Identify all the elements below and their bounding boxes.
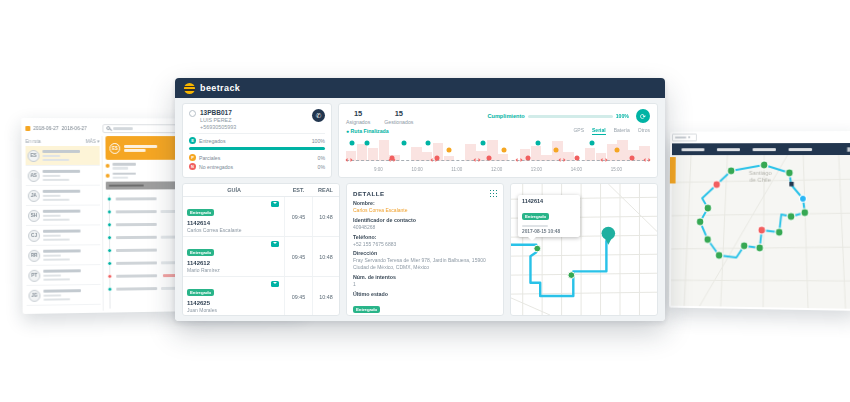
popup-timestamp: 2017-08-15 10:48 (522, 229, 576, 234)
metric-value: 0% (318, 164, 326, 170)
metric-entregados: E Entregados 100% (189, 137, 325, 144)
driver-text-skeleton (43, 190, 81, 201)
toolbar-item-skeleton[interactable] (681, 148, 704, 151)
driver-text-skeleton (124, 144, 157, 151)
status-dot-icon (107, 235, 112, 240)
map-filter-dropdown[interactable]: ▾ (672, 134, 697, 142)
grid-view-icon[interactable] (489, 189, 497, 197)
tab-gps[interactable]: GPS (573, 127, 584, 135)
toolbar-item-skeleton[interactable] (789, 148, 813, 151)
compliance-progress (528, 115, 613, 118)
field-value: 1 (353, 281, 497, 288)
deliveries-table: GUÍA EST. REAL Entregado 1142614 Carlos … (182, 183, 340, 316)
field-value: +52 155 7675 6883 (353, 241, 497, 248)
driver-summary-card: 13PBB017 LUIS PEREZ +56930505993 ✆ E Ent… (182, 103, 332, 178)
side-tab-handle[interactable] (670, 157, 676, 183)
metric-value: 0% (318, 155, 326, 161)
depot-marker (789, 182, 793, 186)
driver-row[interactable]: RR (26, 245, 100, 266)
counts-group: 15 Asignados 15 Gestionados (346, 109, 413, 125)
chart-tabs: GPS Serial Batería Otros (573, 127, 650, 135)
date-range-picker[interactable]: 2018-06-27 2018-06-27 (25, 125, 98, 131)
tab-serial[interactable]: Serial (592, 127, 606, 135)
metric-parciales: P Parciales 0% (189, 154, 325, 161)
stop-marker (568, 272, 575, 279)
status-dot-icon (107, 248, 112, 253)
partial-dot-icon: P (189, 154, 196, 161)
stat-icon (106, 164, 110, 168)
table-row[interactable]: Entregado 1142612 Mario Ramírez 09:45 10… (183, 237, 339, 277)
route-status-badge: ● Ruta Finalizada (346, 128, 413, 134)
package-icon (271, 241, 279, 247)
metric-no-entregados: N No entregados 0% (189, 163, 325, 170)
field-label: Núm. de intentos (353, 274, 497, 280)
map-status-toolbar: ▦ (672, 143, 850, 155)
field-label: Identificador de contacto (353, 217, 497, 223)
avatar: ES (28, 149, 40, 161)
real-time: 10:48 (312, 277, 339, 316)
table-row[interactable]: Entregado 1142625 Juan Morales 09:45 10:… (183, 277, 339, 316)
status-dot-icon (107, 209, 112, 214)
est-time: 09:45 (285, 237, 312, 276)
recipient-name-link[interactable]: Carlos Correa Escalante (353, 207, 497, 214)
time-axis: 9:0010:0011:0012:0013:0014:0015:00 (346, 167, 650, 172)
city-route-map[interactable]: Santiago de Chile (671, 155, 850, 309)
map-popup[interactable]: 1142614 Entregado 2017-08-15 10:48 (518, 195, 580, 237)
assigned-stat: 15 Asignados (346, 109, 370, 125)
avatar: RR (28, 249, 40, 261)
route-activity-chart[interactable]: 9:0010:0011:0012:0013:0014:0015:00 (346, 138, 650, 172)
search-icon (106, 126, 110, 130)
search-placeholder-skeleton (113, 127, 133, 130)
toolbar-item-skeleton[interactable] (753, 148, 776, 151)
detail-card: DETALLE Nombre: Carlos Correa Escalante … (346, 183, 504, 316)
failed-dot-icon: N (189, 163, 196, 170)
field-value: Fray Servando Teresa de Mier 978, Jardín… (353, 257, 497, 271)
tab-bateria[interactable]: Batería (614, 127, 630, 135)
route-counts: 15 Asignados 15 Gestionados ● Ruta Final… (346, 109, 413, 134)
status-dot-icon (107, 197, 112, 202)
status-badge: Entregado (187, 249, 214, 256)
toolbar-item-skeleton[interactable] (717, 148, 740, 151)
driver-row[interactable]: SH (26, 206, 100, 226)
driver-row[interactable]: JA (26, 186, 100, 206)
tab-otros[interactable]: Otros (638, 127, 650, 135)
route-code: 13PBB017 (200, 109, 236, 116)
summary-row: 13PBB017 LUIS PEREZ +56930505993 ✆ E Ent… (182, 103, 658, 178)
filter-label-skeleton (675, 136, 686, 138)
route-polyline (511, 237, 608, 296)
compliance-value: 100% (616, 113, 629, 119)
field-telefono: Teléfono: +52 155 7675 6883 (353, 234, 497, 248)
field-label: Último estado (353, 291, 497, 297)
avatar: AS (28, 169, 40, 181)
detail-title: DETALLE (353, 190, 385, 197)
field-label: Dirección (353, 250, 497, 256)
driver-row[interactable]: PT (26, 265, 100, 286)
package-icon (271, 201, 279, 207)
driver-row[interactable]: AS (26, 166, 100, 186)
delivery-pin-icon (602, 227, 616, 240)
driver-text-skeleton (43, 210, 81, 221)
contact-driver-button[interactable]: ✆ (312, 109, 325, 122)
more-button[interactable]: MÁS ▾ (86, 139, 100, 144)
app-header: beetrack (175, 78, 665, 98)
field-label: Teléfono: (353, 234, 497, 240)
driver-text-skeleton (43, 230, 81, 241)
route-status-icon (189, 110, 196, 117)
driver-row[interactable]: JG (26, 285, 100, 306)
compliance-group: Cumplimiento 100% ⟳ GPS Serial Batería O… (487, 109, 650, 135)
driver-list-header: En ruta MÁS ▾ (25, 136, 99, 146)
field-ultimo-estado: Último estado Entregado (353, 291, 497, 315)
driver-text-skeleton (43, 170, 81, 181)
driver-row[interactable]: ES (25, 146, 99, 166)
detail-header: DETALLE (353, 189, 497, 197)
refresh-button[interactable]: ⟳ (636, 109, 650, 123)
status-dot-icon (107, 222, 112, 227)
recipient-name: Mario Ramírez (187, 267, 280, 273)
driver-row[interactable]: CJ (26, 225, 100, 246)
phone-icon: ✆ (316, 112, 321, 120)
delivery-map-card[interactable]: Ciudad de 1142614 Entregado 2017-08-15 1… (510, 183, 658, 316)
field-nombre: Nombre: Carlos Correa Escalante (353, 200, 497, 214)
table-row[interactable]: Entregado 1142614 Carlos Correa Escalant… (183, 197, 339, 237)
driver-name: LUIS PEREZ (200, 117, 236, 123)
field-value: 40948268 (353, 224, 497, 231)
